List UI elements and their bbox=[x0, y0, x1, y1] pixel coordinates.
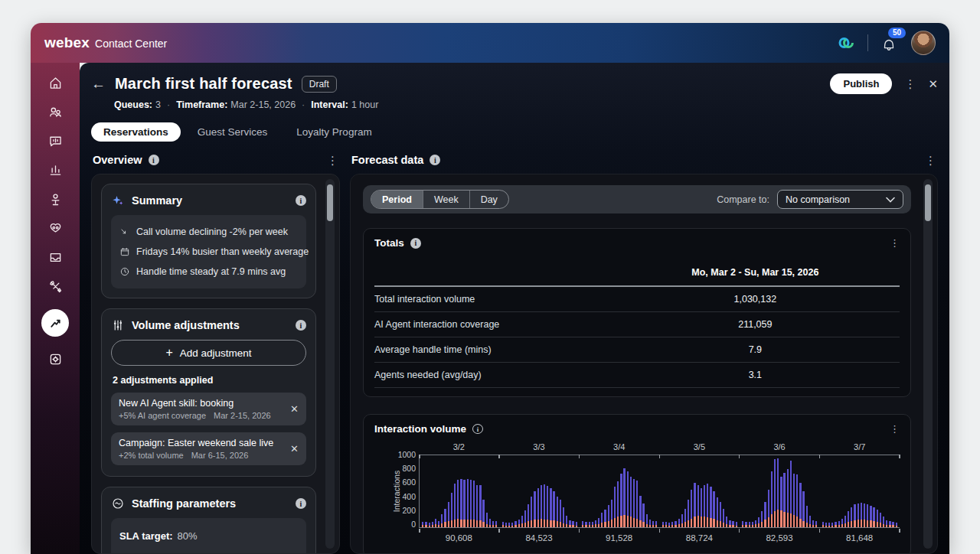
page-title: March first half forecast bbox=[115, 75, 292, 93]
summary-info-icon[interactable]: i bbox=[296, 195, 306, 206]
table-row: Total interaction volume 1,030,132 bbox=[374, 287, 900, 312]
comparison-dropdown[interactable]: No comparison bbox=[777, 190, 903, 209]
ai-sparkle-icon bbox=[111, 194, 125, 207]
nav-inbox-icon[interactable] bbox=[41, 248, 70, 267]
totals-header-row: Mo, Mar 2 - Su, Mar 15, 2026 bbox=[374, 259, 900, 287]
nav-analytics-icon[interactable] bbox=[41, 161, 70, 180]
calendar-icon bbox=[119, 246, 130, 257]
notifications-bell[interactable]: 50 bbox=[880, 34, 899, 52]
meta-value: 3 bbox=[155, 99, 161, 110]
nav-forecast-icon[interactable] bbox=[41, 309, 69, 337]
segment-day[interactable]: Day bbox=[470, 191, 508, 208]
interaction-volume-info-icon[interactable]: i bbox=[472, 424, 483, 434]
close-icon[interactable]: ✕ bbox=[928, 77, 938, 91]
sliders-icon bbox=[111, 318, 125, 332]
segment-week[interactable]: Week bbox=[423, 191, 470, 208]
forecast-scrollbar[interactable] bbox=[923, 179, 933, 549]
staffing-parameters-info-icon[interactable]: i bbox=[296, 498, 306, 509]
meta-label: Queues: bbox=[114, 99, 152, 110]
totals-table: Mo, Mar 2 - Su, Mar 15, 2026 Total inter… bbox=[374, 259, 900, 388]
overview-info-icon[interactable]: i bbox=[149, 155, 159, 165]
compare-to-label: Compare to: bbox=[717, 194, 769, 205]
x-axis-date-labels: 3/23/33/43/53/63/7 bbox=[419, 442, 900, 455]
queue-tabs: Reservations Guest Services Loyalty Prog… bbox=[91, 122, 938, 142]
header-kebab-icon[interactable]: ⋮ bbox=[904, 78, 916, 90]
user-avatar[interactable] bbox=[911, 31, 936, 55]
summary-title: Summary bbox=[132, 194, 289, 207]
staffing-parameters-box: SLA target: 80% SLA threshold: 80 secs bbox=[111, 518, 306, 553]
nav-rail bbox=[31, 63, 80, 554]
sla-target: SLA target: 80% bbox=[119, 525, 298, 546]
summary-card: Summary i Call volume declining -2% per … bbox=[101, 184, 316, 298]
summary-box: Call volume declining -2% per week Frida… bbox=[111, 215, 306, 288]
interaction-volume-card: Interaction volume i ⋮ Interactions 0200… bbox=[363, 414, 911, 553]
table-row: Agents needed (avg/day) 3.1 bbox=[374, 363, 900, 388]
adjustments-applied-count: 2 adjustments applied bbox=[113, 375, 306, 386]
trend-down-icon bbox=[119, 226, 130, 237]
overview-scrollbar[interactable] bbox=[325, 179, 335, 549]
totals-column-header: Mo, Mar 2 - Su, Mar 15, 2026 bbox=[611, 267, 900, 278]
brand-logo: webex Contact Center bbox=[44, 34, 167, 51]
meta-label: Timeframe: bbox=[176, 99, 227, 110]
adjustment-detail: +2% total volume bbox=[119, 451, 184, 460]
totals-title: Totals bbox=[374, 237, 404, 249]
status-badge: Draft bbox=[302, 76, 337, 93]
interaction-volume-chart: Interactions 02004006008001000 3/23/33/4… bbox=[374, 442, 900, 549]
overview-title: Overview bbox=[93, 154, 142, 166]
totals-info-icon[interactable]: i bbox=[410, 238, 421, 249]
nav-home-icon[interactable] bbox=[41, 73, 70, 93]
volume-adjustments-card: Volume adjustments i + Add adjustment 2 … bbox=[101, 308, 316, 477]
webex-app-icon[interactable] bbox=[837, 34, 855, 51]
notification-count-badge: 50 bbox=[888, 28, 906, 38]
nav-experience-icon[interactable] bbox=[41, 219, 70, 238]
plus-icon: + bbox=[165, 346, 172, 360]
main-content: ← March first half forecast Draft Publis… bbox=[80, 63, 949, 554]
chevron-down-icon bbox=[886, 194, 895, 205]
brand-name: webex bbox=[44, 34, 90, 51]
nav-announcements-icon[interactable] bbox=[41, 132, 70, 151]
app-window: webex Contact Center 50 bbox=[31, 23, 949, 554]
forecast-data-title: Forecast data bbox=[351, 154, 423, 166]
forecast-toolbar: Period Week Day Compare to: No compariso… bbox=[363, 185, 911, 213]
tab-reservations[interactable]: Reservations bbox=[91, 122, 181, 142]
forecast-data-info-icon[interactable]: i bbox=[430, 155, 440, 165]
interaction-volume-title: Interaction volume bbox=[374, 423, 466, 435]
adjustment-range: Mar 2-15, 2026 bbox=[214, 411, 271, 420]
nav-tools-icon[interactable] bbox=[41, 277, 70, 296]
summary-item: Fridays 14% busier than weekly average bbox=[119, 242, 298, 262]
volume-adjustments-info-icon[interactable]: i bbox=[296, 320, 306, 331]
top-bar: webex Contact Center 50 bbox=[31, 23, 949, 63]
summary-item: Call volume declining -2% per week bbox=[119, 222, 298, 242]
view-segmented-control: Period Week Day bbox=[371, 190, 509, 209]
meta-value: 1 hour bbox=[351, 99, 378, 110]
remove-adjustment-icon[interactable]: ✕ bbox=[284, 403, 299, 415]
forecast-data-kebab-icon[interactable]: ⋮ bbox=[925, 155, 936, 166]
nav-agent-icon[interactable] bbox=[41, 190, 70, 209]
forecast-panel: Period Week Day Compare to: No compariso… bbox=[350, 174, 938, 554]
sla-threshold: SLA threshold: 80 secs bbox=[119, 546, 298, 553]
interaction-volume-kebab-icon[interactable]: ⋮ bbox=[890, 424, 900, 434]
daily-totals-labels: 90,60884,52391,52888,72482,59381,648 bbox=[419, 533, 900, 549]
segment-period[interactable]: Period bbox=[371, 191, 423, 208]
chart-plot bbox=[419, 455, 900, 528]
adjustment-range: Mar 6-15, 2026 bbox=[191, 451, 249, 460]
nav-users-icon[interactable] bbox=[41, 103, 70, 122]
overview-kebab-icon[interactable]: ⋮ bbox=[327, 155, 338, 166]
add-adjustment-button[interactable]: + Add adjustment bbox=[111, 340, 306, 366]
wave-circle-icon bbox=[111, 497, 125, 510]
adjustment-detail: +5% AI agent coverage bbox=[119, 411, 206, 420]
publish-button[interactable]: Publish bbox=[830, 73, 892, 94]
clock-icon bbox=[119, 266, 130, 277]
forecast-header: ← March first half forecast Draft Publis… bbox=[91, 73, 938, 94]
totals-kebab-icon[interactable]: ⋮ bbox=[890, 238, 900, 248]
table-row: AI Agent interaction coverage 211,059 bbox=[374, 312, 900, 337]
tab-guest-services[interactable]: Guest Services bbox=[185, 122, 280, 142]
back-arrow-icon[interactable]: ← bbox=[91, 76, 106, 93]
adjustment-item: Campaign: Easter weekend sale live +2% t… bbox=[111, 432, 306, 465]
nav-settings-icon[interactable] bbox=[41, 350, 70, 369]
tab-loyalty-program[interactable]: Loyalty Program bbox=[284, 122, 384, 142]
meta-label: Interval: bbox=[311, 99, 348, 110]
table-row: Average handle time (mins) 7.9 bbox=[374, 337, 900, 363]
remove-adjustment-icon[interactable]: ✕ bbox=[284, 443, 299, 455]
overview-panel: Summary i Call volume declining -2% per … bbox=[91, 174, 340, 554]
